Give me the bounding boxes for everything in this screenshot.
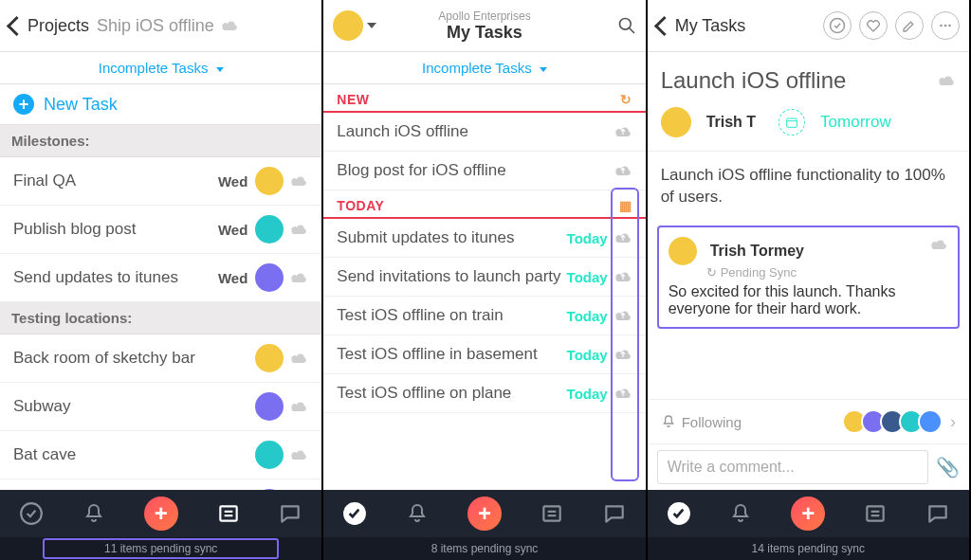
task-title: Send invitations to launch party (337, 267, 566, 286)
nav-add-button[interactable]: + (791, 497, 825, 531)
cloud-sync-icon (614, 386, 632, 401)
task-row[interactable]: Back room of sketchy bar (0, 334, 321, 383)
filter-label: Incomplete Tasks (422, 60, 532, 76)
nav-tasks[interactable] (19, 501, 44, 526)
sync-status-bar[interactable]: 8 items pending sync (323, 537, 645, 560)
cloud-sync-icon (289, 222, 308, 237)
attachment-icon[interactable]: 📎 (936, 456, 960, 479)
following-label: Following (682, 414, 742, 430)
workspace-switcher[interactable] (333, 10, 376, 41)
task-title: Submit updates to itunes (337, 228, 566, 247)
nav-projects[interactable] (863, 501, 888, 526)
task-title: Back room of sketchy bar (13, 349, 255, 368)
bell-icon (661, 414, 676, 429)
assignee-avatar[interactable] (661, 107, 691, 137)
task-title: Test iOS offline on train (337, 306, 566, 325)
comment-author: Trish Tormey (710, 243, 804, 260)
nav-tasks[interactable] (342, 501, 367, 526)
pending-sync-label: ↻ Pending Sync (706, 265, 948, 280)
comment-avatar (669, 237, 697, 265)
assignee-avatar (255, 489, 284, 490)
nav-add-button[interactable]: + (144, 497, 178, 531)
task-row[interactable]: Send invitations to launch party Today (323, 258, 645, 297)
cloud-sync-icon (937, 73, 956, 88)
back-button[interactable]: Projects (9, 16, 89, 36)
complete-button[interactable] (823, 11, 852, 40)
back-button[interactable]: My Tasks (657, 16, 746, 36)
task-due: Today (567, 269, 608, 285)
chevron-right-icon: › (950, 412, 956, 432)
cloud-sync-icon (614, 347, 632, 362)
nav-add-button[interactable]: + (467, 497, 502, 531)
task-row[interactable]: Test iOS offline in basement Today (323, 335, 645, 374)
task-row[interactable]: Blog post for iOS offline (323, 152, 645, 190)
back-label: Projects (27, 16, 89, 36)
sync-text: 11 items pending sync (104, 542, 217, 555)
task-due: Wed (218, 173, 247, 190)
comment-highlighted: Trish Tormey ↻ Pending Sync So excited f… (657, 226, 960, 329)
more-button[interactable] (931, 11, 960, 40)
comment-body: So excited for this launch. Thanks every… (669, 283, 948, 317)
like-button[interactable] (859, 11, 888, 40)
task-row[interactable]: Final QA Wed (0, 157, 321, 206)
task-row[interactable]: Submit updates to itunes Today (323, 219, 645, 258)
nav-projects[interactable] (540, 501, 564, 526)
nav-conversations[interactable] (602, 501, 627, 526)
section-header: Milestones: (0, 125, 321, 157)
new-task-button[interactable]: + New Task (0, 84, 321, 125)
assignee-row: Trish T Tomorrow (648, 103, 969, 152)
cloud-sync-icon (220, 18, 239, 33)
chevron-left-icon (7, 15, 27, 35)
task-title: Blog post for iOS offline (337, 161, 613, 180)
task-list: Milestones: Final QA Wed Publish blog po… (0, 125, 321, 490)
task-row[interactable]: Bat cave (0, 431, 321, 479)
sync-status-bar[interactable]: 11 items pending sync (0, 537, 321, 560)
assignee-avatar (255, 215, 284, 244)
assignee-name[interactable]: Trish T (706, 114, 756, 131)
nav-tasks[interactable] (667, 501, 691, 526)
task-title: Subway (13, 397, 255, 416)
cloud-sync-icon (614, 308, 632, 323)
task-row[interactable]: Send updates to itunes Wed (0, 254, 321, 302)
assignee-avatar (255, 392, 284, 421)
edit-button[interactable] (895, 11, 924, 40)
task-due: Today (567, 308, 608, 324)
section-header: Testing locations: (0, 302, 321, 334)
nav-conversations[interactable] (278, 501, 302, 526)
filter-dropdown[interactable]: Incomplete Tasks (0, 52, 321, 84)
cloud-sync-icon (929, 237, 948, 252)
nav-inbox[interactable] (82, 501, 106, 526)
chevron-down-icon (216, 67, 224, 72)
nav-projects[interactable] (216, 501, 241, 526)
task-title: Launch iOS offline (661, 67, 937, 94)
following-bar[interactable]: Following › (648, 399, 969, 443)
task-row[interactable]: Test iOS offline on train Today (323, 297, 645, 335)
nav-inbox[interactable] (405, 501, 430, 526)
back-label: My Tasks (675, 16, 746, 36)
nav-conversations[interactable] (925, 501, 950, 526)
sync-badge-icon: ↻ (620, 92, 632, 107)
sync-status-bar[interactable]: 14 items pending sync (648, 537, 969, 560)
spacer (648, 333, 969, 399)
task-description[interactable]: Launch iOS offline functionality to 100%… (648, 152, 969, 222)
screen-task-detail: My Tasks Launch iOS offline Trish T Tomo… (648, 0, 971, 560)
follower-avatars[interactable] (848, 409, 943, 434)
cloud-sync-icon (614, 269, 632, 284)
filter-dropdown[interactable]: Incomplete Tasks (323, 52, 645, 84)
task-row[interactable]: Subway (0, 383, 321, 431)
task-row[interactable]: Test iOS offline on plane Today (323, 374, 645, 413)
chevron-down-icon (367, 23, 376, 28)
section-header-new: NEW ↻ (323, 84, 645, 113)
follower-avatar (918, 409, 943, 434)
nav-inbox[interactable] (728, 501, 753, 526)
calendar-icon[interactable] (779, 109, 805, 135)
task-row[interactable]: Publish blog post Wed (0, 206, 321, 254)
bottom-nav: + (0, 490, 321, 537)
task-row[interactable]: Grand Canyon (0, 479, 321, 490)
task-row[interactable]: Launch iOS offline (323, 113, 645, 152)
sync-small-icon: ↻ (706, 265, 717, 280)
due-date[interactable]: Tomorrow (820, 113, 891, 132)
comment-input[interactable]: Write a comment... (657, 450, 928, 484)
header: My Tasks (648, 0, 969, 52)
search-icon[interactable] (617, 16, 636, 35)
